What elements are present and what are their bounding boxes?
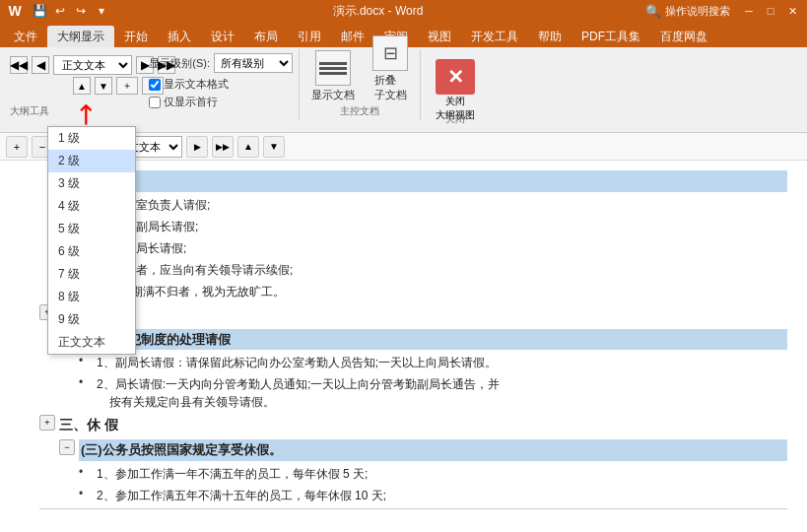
save-button[interactable]: 💾 [31, 2, 48, 20]
doc-line-2: • 的向分管副局长请假; [39, 218, 787, 235]
promote-to-heading-button[interactable]: ◀◀ [10, 56, 28, 74]
tab-references[interactable]: 引用 [288, 26, 331, 47]
tab-baidu[interactable]: 百度网盘 [650, 26, 717, 47]
move-up-button[interactable]: ▲ [73, 77, 91, 95]
show-levels-row: 显示级别(S): 所有级别 [149, 53, 293, 73]
doc-heading-vacation-limit[interactable]: 遵…准假权限 [55, 170, 787, 192]
master-doc-label: 主控文档 [340, 104, 379, 118]
tab-home[interactable]: 开始 [114, 26, 158, 47]
window-controls: ─ □ ✕ [738, 0, 807, 22]
bullet-6: • [79, 354, 95, 367]
doc-text-7[interactable]: 2、局长请假:一天内向分管考勤人员通知;一天以上向分管考勤副局长通告，并 按有关… [97, 375, 787, 411]
toolbar-nav-right[interactable]: ▶ [186, 136, 208, 158]
minimize-button[interactable]: ─ [738, 0, 760, 22]
maximize-button[interactable]: □ [760, 0, 781, 22]
show-levels-select[interactable]: 所有级别 [214, 53, 293, 73]
dropdown-item-6level[interactable]: 6 级 [48, 240, 135, 263]
expand-btn-sub3[interactable]: − [59, 439, 75, 455]
doc-line-7: • 2、局长请假:一天内向分管考勤人员通知;一天以上向分管考勤副局长通告，并 按… [39, 375, 787, 411]
bullet-7: • [79, 375, 95, 389]
tab-view[interactable]: 视图 [418, 26, 461, 47]
tab-design[interactable]: 设计 [201, 26, 244, 47]
show-firstline-row: 仅显示首行 [149, 95, 293, 109]
doc-heading-3[interactable]: 三、休 假 [59, 415, 787, 435]
doc-line-5: 5、请假期满不归者，视为无故旷工。 [39, 283, 787, 300]
dropdown-item-3level[interactable]: 3 级 [48, 172, 135, 195]
tab-insert[interactable]: 插入 [158, 26, 201, 47]
tab-file[interactable]: 文件 [4, 26, 47, 47]
collapse-subdoc-button[interactable]: ⊟ 折叠 子文档 [367, 33, 414, 104]
search-area: 🔍 操作说明搜索 [645, 4, 730, 19]
move-down-button[interactable]: ▼ [95, 77, 112, 95]
doc-line-subheading2: − (二)对违犯制度的处理请假 [39, 329, 787, 351]
dropdown-item-9level[interactable]: 9 级 [48, 308, 135, 331]
word-icon: W [6, 2, 24, 20]
doc-line-6: • 1、副局长请假：请保留此标记向办公室考勤人员告知;一天以上向局长请假。 [39, 354, 787, 371]
search-label[interactable]: 操作说明搜索 [665, 4, 730, 19]
tab-devtools[interactable]: 开发工具 [461, 26, 528, 47]
redo-button[interactable]: ↪ [72, 2, 90, 20]
doc-line-heading3: + 三、休 假 [39, 415, 787, 435]
toolbar-move-up[interactable]: ▲ [237, 136, 259, 158]
toolbar-expand-all[interactable]: + [6, 136, 28, 158]
ribbon: ◀◀ ◀ 正文文本 1级 2级 3级 4级 5级 6级 7级 8级 9级 ▶ ▶… [0, 47, 807, 133]
expand-btn-3[interactable]: + [39, 415, 55, 431]
doc-line-1: • 的向本设室负责人请假; [39, 196, 787, 214]
level-dropdown[interactable]: 1 级 2 级 3 级 4 级 5 级 6 级 7 级 8 级 9 级 正文文本 [47, 126, 136, 355]
toolbar-move-down[interactable]: ▼ [263, 136, 285, 158]
show-firstline-label: 仅显示首行 [164, 95, 218, 109]
outline-level-select[interactable]: 正文文本 1级 2级 3级 4级 5级 6级 7级 8级 9级 [53, 55, 132, 75]
close-outline-icon: ✕ [436, 59, 475, 95]
dropdown-item-8level[interactable]: 8 级 [48, 286, 135, 308]
show-format-checkbox[interactable] [149, 79, 161, 91]
collapse-subdoc-label: 折叠 子文档 [374, 73, 407, 102]
doc-text-8[interactable]: 1、参加工作满一年不满五年的员工，每年休假 5 天; [97, 465, 787, 483]
window-title: 演示.docx - Word [110, 3, 645, 20]
expand-button[interactable]: ＋ [116, 77, 138, 95]
doc-text-6[interactable]: 1、副局长请假：请保留此标记向办公室考勤人员告知;一天以上向局长请假。 [97, 354, 787, 371]
ribbon-group-close: ✕ 关闭 大纲视图 关闭 [421, 49, 490, 128]
dropdown-item-7level[interactable]: 7 级 [48, 263, 135, 286]
title-bar: W 💾 ↩ ↪ ▾ 演示.docx - Word 🔍 操作说明搜索 ─ □ ✕ [0, 0, 807, 22]
doc-text-3[interactable]: 一天的向局长请假; [89, 239, 787, 257]
show-firstline-checkbox[interactable] [149, 97, 161, 108]
doc-text-9[interactable]: 2、参加工作满五年不满十五年的员工，每年休假 10 天; [97, 487, 787, 504]
doc-text-1[interactable]: 的向本设室负责人请假; [89, 196, 787, 214]
tab-outline[interactable]: 大纲显示 [47, 26, 114, 47]
doc-line-heading2: + 二、局领导 [39, 304, 787, 325]
show-format-label: 显示文本格式 [164, 77, 229, 92]
doc-line-3: • 一天的向局长请假; [39, 239, 787, 257]
tab-pdf[interactable]: PDF工具集 [572, 26, 650, 47]
doc-subheading-2[interactable]: (二)对违犯制度的处理请假 [79, 329, 787, 351]
doc-text-5[interactable]: 5、请假期满不归者，视为无故旷工。 [89, 283, 787, 300]
ribbon-group-master-doc: 显示文档 ⊟ 折叠 子文档 主控文档 [300, 49, 421, 120]
doc-line-4: • 尚需再续者，应当向有关领导请示续假; [39, 261, 787, 279]
doc-divider [39, 508, 787, 509]
undo-button[interactable]: ↩ [51, 2, 69, 20]
doc-line-8: • 1、参加工作满一年不满五年的员工，每年休假 5 天; [39, 465, 787, 483]
tab-help[interactable]: 帮助 [528, 26, 572, 47]
tab-layout[interactable]: 布局 [244, 26, 288, 47]
close-window-button[interactable]: ✕ [781, 0, 803, 22]
show-document-button[interactable]: 显示文档 [305, 48, 361, 104]
bullet-9: • [79, 487, 95, 500]
doc-text-4[interactable]: 尚需再续者，应当向有关领导请示续假; [89, 261, 787, 279]
show-format-row: 显示文本格式 [149, 77, 293, 92]
dropdown-item-5level[interactable]: 5 级 [48, 218, 135, 240]
outline-tools-label: 大纲工具 [10, 104, 49, 118]
doc-line-9: • 2、参加工作满五年不满十五年的员工，每年休假 10 天; [39, 487, 787, 504]
doc-subheading-3[interactable]: (三)公务员按照国家规定享受休假。 [79, 439, 787, 461]
dropdown-item-body[interactable]: 正文文本 [48, 331, 135, 354]
promote-button[interactable]: ◀ [32, 56, 49, 74]
ribbon-group-outline-tools: ◀◀ ◀ 正文文本 1级 2级 3级 4级 5级 6级 7级 8级 9级 ▶ ▶… [4, 49, 300, 120]
dropdown-item-2level[interactable]: 2 级 [48, 150, 135, 172]
bullet-8: • [79, 465, 95, 479]
dropdown-item-4level[interactable]: 4 级 [48, 195, 135, 218]
doc-heading-2[interactable]: 二、局领导 [59, 304, 787, 325]
dropdown-item-1level[interactable]: 1 级 [48, 127, 135, 150]
doc-text-2[interactable]: 的向分管副局长请假; [89, 218, 787, 235]
quick-access-dropdown[interactable]: ▾ [93, 2, 110, 20]
close-group-label: 关闭 [445, 112, 465, 126]
search-icon: 🔍 [645, 4, 661, 19]
toolbar-nav-right-right[interactable]: ▶▶ [212, 136, 234, 158]
